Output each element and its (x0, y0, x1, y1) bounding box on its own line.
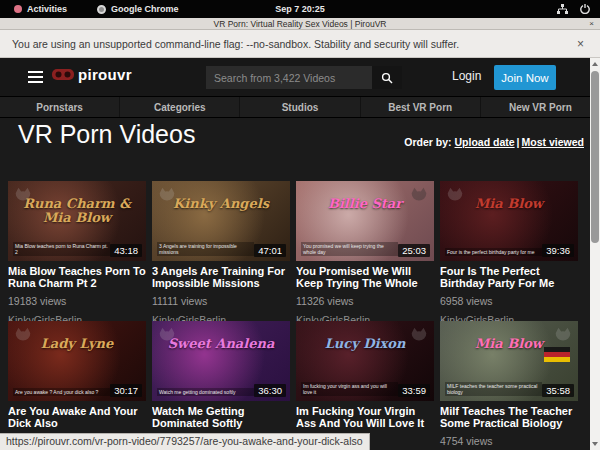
warning-message: You are using an unsupported command-lin… (12, 38, 459, 50)
video-title-link[interactable]: 3 Angels Are Training For Impossible Mis… (152, 265, 290, 289)
nav-item-categories[interactable]: Categories (119, 97, 239, 117)
order-link-most-viewed[interactable]: Most viewed (522, 136, 584, 148)
thumb-overlay-caption: Im fucking your virgin ass and you will … (301, 382, 398, 396)
record-indicator-icon (14, 5, 22, 13)
thumb-overlay-caption: MILF teaches the teacher some practical … (445, 382, 542, 396)
order-link-upload-date[interactable]: Upload date (455, 136, 515, 148)
thumb-overlay-caption: Mia Blow teaches porn to Runa Charm pt. … (13, 242, 110, 256)
thumb-overlay-name: Kinky Angels (158, 197, 284, 211)
focused-app-menu[interactable]: Google Chrome (67, 4, 179, 14)
video-card[interactable]: Sweet Analena Watch me getting dominated… (152, 321, 290, 450)
video-title-link[interactable]: Im Fucking Your Virgin Ass And You Will … (296, 405, 434, 429)
video-thumbnail[interactable]: Billie Star You promised we will keep tr… (296, 181, 434, 261)
tab-title: VR Porn: Virtual Reality Sex Videos | Pi… (214, 19, 387, 29)
duration-badge: 47:01 (254, 244, 286, 257)
chrome-icon (97, 5, 106, 14)
thumb-overlay-name: Runa Charm & Mia Blow (14, 197, 140, 225)
video-card[interactable]: Mia Blow MILF teaches the teacher some p… (440, 321, 578, 450)
browser-tab-bar: VR Porn: Virtual Reality Sex Videos | Pi… (0, 18, 600, 30)
video-card[interactable]: Lady Lyne Are you awake ? And your dick … (8, 321, 146, 450)
video-card[interactable]: Lucy Dixon Im fucking your virgin ass an… (296, 321, 434, 450)
order-by-label: Order by: (404, 136, 451, 148)
activities-button[interactable]: Activities (0, 4, 67, 14)
video-title-link[interactable]: Four Is The Perfect Birthday Party For M… (440, 265, 578, 289)
page-scrollbar[interactable] (590, 58, 600, 450)
video-title-link[interactable]: You Promised We Will Keep Trying The Who… (296, 265, 434, 289)
search-input[interactable] (206, 66, 372, 89)
video-thumbnail[interactable]: Lady Lyne Are you awake ? And your dick … (8, 321, 146, 401)
warning-close-icon[interactable]: × (577, 37, 584, 51)
order-by-controls: Order by: Upload date|Most viewed (404, 136, 584, 148)
video-thumbnail[interactable]: Lucy Dixon Im fucking your virgin ass an… (296, 321, 434, 401)
app-name-label: Google Chrome (111, 4, 179, 14)
video-card[interactable]: Runa Charm & Mia Blow Mia Blow teaches p… (8, 181, 146, 326)
thumb-overlay-name: Lucy Dixon (302, 337, 428, 351)
menu-hamburger-icon[interactable] (28, 71, 43, 83)
video-card[interactable]: Mia Blow Four is the perfect birthday pa… (440, 181, 578, 326)
search-icon (381, 72, 393, 84)
thumb-overlay-caption: Four is the perfect birthday party for m… (445, 248, 542, 256)
video-card[interactable]: Kinky Angels 3 Angels are training for i… (152, 181, 290, 326)
thumb-overlay-name: Mia Blow (446, 197, 572, 211)
thumb-overlay-name: Mia Blow (446, 337, 572, 351)
site-viewport: pirouvr Login Join Now Pornstars Categor… (0, 58, 600, 450)
network-icon[interactable] (557, 4, 568, 14)
join-now-button[interactable]: Join Now (494, 65, 556, 90)
video-thumbnail[interactable]: Runa Charm & Mia Blow Mia Blow teaches p… (8, 181, 146, 261)
video-views: 11111 views (152, 295, 290, 307)
duration-badge: 35:58 (542, 384, 574, 397)
video-views: 11326 views (296, 295, 434, 307)
system-top-bar: Activities Google Chrome Sep 7 20:25 (0, 0, 600, 18)
thumb-overlay-caption: You promised we will keep trying the who… (301, 242, 398, 256)
scrollbar-thumb[interactable] (591, 71, 599, 243)
video-thumbnail[interactable]: Sweet Analena Watch me getting dominated… (152, 321, 290, 401)
thumb-overlay-caption: 3 Angels are training for impossible mis… (157, 242, 254, 256)
main-nav: Pornstars Categories Studios Best VR Por… (0, 96, 600, 118)
video-title-link[interactable]: Milf Teaches The Teacher Some Practical … (440, 405, 578, 429)
scrollbar-down-arrow-icon[interactable] (592, 442, 598, 446)
video-grid-row-2: Lady Lyne Are you awake ? And your dick … (8, 321, 578, 450)
video-thumbnail[interactable]: Mia Blow MILF teaches the teacher some p… (440, 321, 578, 401)
video-title-link[interactable]: Watch Me Getting Dominated Softly (152, 405, 290, 429)
thumb-overlay-caption: Are you awake ? And your dick also ? (13, 388, 110, 396)
page-title: VR Porn Videos (18, 120, 195, 149)
thumb-overlay-caption: Watch me getting dominated softly (157, 388, 254, 396)
nav-item-new-vr-porn[interactable]: New VR Porn (480, 97, 600, 117)
scrollbar-up-arrow-icon[interactable] (592, 62, 598, 66)
nav-item-studios[interactable]: Studios (239, 97, 359, 117)
status-url-tooltip: https://pirouvr.com/vr-porn-video/779325… (0, 433, 370, 450)
thumb-overlay-name: Sweet Analena (158, 337, 284, 351)
thumb-overlay-name: Lady Lyne (14, 337, 140, 351)
video-views: 6958 views (440, 295, 578, 307)
video-grid-row-1: Runa Charm & Mia Blow Mia Blow teaches p… (8, 181, 578, 326)
vr-goggles-icon (52, 68, 74, 81)
order-separator: | (515, 136, 522, 148)
video-views: 19183 views (8, 295, 146, 307)
power-icon[interactable] (580, 4, 590, 14)
duration-badge: 43:18 (110, 244, 142, 257)
video-views: 4754 views (440, 435, 578, 447)
duration-badge: 36:30 (254, 384, 286, 397)
video-title-link[interactable]: Are You Awake And Your Dick Also (8, 405, 146, 429)
login-link[interactable]: Login (452, 69, 481, 83)
search-button[interactable] (372, 66, 402, 89)
thumb-overlay-name: Billie Star (302, 197, 428, 211)
video-thumbnail[interactable]: Kinky Angels 3 Angels are training for i… (152, 181, 290, 261)
site-header: pirouvr Login Join Now (0, 58, 600, 96)
video-title-link[interactable]: Mia Blow Teaches Porn To Runa Charm Pt 2 (8, 265, 146, 289)
duration-badge: 25:03 (398, 244, 430, 257)
logo-text: pirouvr (78, 66, 132, 83)
video-thumbnail[interactable]: Mia Blow Four is the perfect birthday pa… (440, 181, 578, 261)
duration-badge: 33:59 (398, 384, 430, 397)
nav-item-pornstars[interactable]: Pornstars (0, 97, 119, 117)
nav-item-best-vr-porn[interactable]: Best VR Porn (360, 97, 480, 117)
duration-badge: 39:36 (542, 244, 574, 257)
activities-label: Activities (27, 4, 67, 14)
search-box (206, 66, 402, 89)
video-card[interactable]: Billie Star You promised we will keep tr… (296, 181, 434, 326)
site-logo[interactable]: pirouvr (52, 66, 132, 83)
chrome-warning-bar: You are using an unsupported command-lin… (0, 30, 600, 58)
duration-badge: 30:17 (110, 384, 142, 397)
tab-close-icon[interactable]: × (589, 18, 594, 30)
